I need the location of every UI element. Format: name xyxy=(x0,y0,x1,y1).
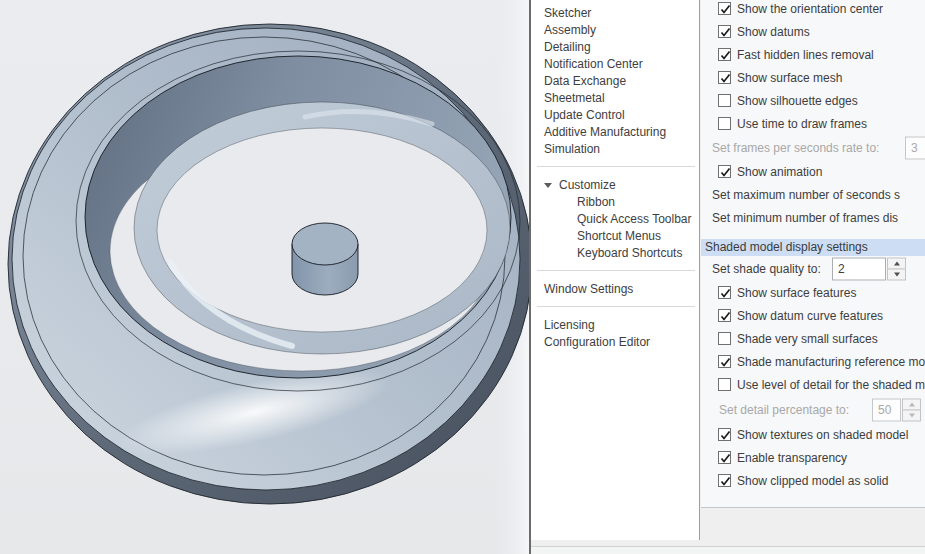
sidebar-item-configuration-editor[interactable]: Configuration Editor xyxy=(531,334,699,351)
sidebar-item-label: Ribbon xyxy=(577,195,615,209)
checkbox[interactable] xyxy=(718,25,731,38)
checkbox-label[interactable]: Enable transparency xyxy=(737,451,847,465)
checkbox[interactable] xyxy=(718,309,731,322)
option-label: Set minimum number of frames dis xyxy=(712,211,898,225)
sidebar-item-label: Sheetmetal xyxy=(544,91,605,105)
dialog-footer-strip xyxy=(531,547,925,554)
sidebar-divider xyxy=(537,270,695,271)
sidebar-item-quick-access-toolbar[interactable]: Quick Access Toolbar xyxy=(531,211,699,228)
collapse-triangle-icon[interactable] xyxy=(544,183,552,188)
option-row-enable-transparency[interactable]: Enable transparency xyxy=(701,446,925,469)
option-row-show-surface-mesh[interactable]: Show surface mesh xyxy=(701,66,925,89)
checkbox[interactable] xyxy=(718,48,731,61)
3d-viewport[interactable] xyxy=(0,0,530,554)
sidebar-item-label: Licensing xyxy=(544,318,595,332)
sidebar-item-notification-center[interactable]: Notification Center xyxy=(531,56,699,73)
option-row-fast-hidden-lines-removal[interactable]: Fast hidden lines removal xyxy=(701,43,925,66)
sidebar-divider xyxy=(537,306,695,307)
checkbox[interactable] xyxy=(718,71,731,84)
option-label: Set maximum number of seconds s xyxy=(712,188,900,202)
checkbox-label[interactable]: Show clipped model as solid xyxy=(737,474,888,488)
checkbox-label[interactable]: Show surface features xyxy=(737,286,856,300)
sidebar-item-assembly[interactable]: Assembly xyxy=(531,22,699,39)
sidebar-item-keyboard-shortcuts[interactable]: Keyboard Shortcuts xyxy=(531,245,699,262)
sidebar-item-sketcher[interactable]: Sketcher xyxy=(531,5,699,22)
option-row-set-minimum-number-of-frames-dis: Set minimum number of frames dis xyxy=(701,206,925,229)
sidebar-item-window-settings[interactable]: Window Settings xyxy=(531,281,699,298)
checkbox[interactable] xyxy=(718,474,731,487)
sidebar-item-licensing[interactable]: Licensing xyxy=(531,317,699,334)
option-row-show-datum-curve-features[interactable]: Show datum curve features xyxy=(701,304,925,327)
sidebar-item-label: Selection xyxy=(544,0,593,3)
option-row-set-frames-per-seconds-rate-to-: Set frames per seconds rate to:3 xyxy=(701,135,925,160)
checkbox-label[interactable]: Show datum curve features xyxy=(737,309,883,323)
sidebar-item-customize[interactable]: Customize xyxy=(531,177,699,194)
checkbox[interactable] xyxy=(718,286,731,299)
sidebar-item-label: Customize xyxy=(559,177,616,194)
option-row-show-surface-features[interactable]: Show surface features xyxy=(701,281,925,304)
sidebar-item-detailing[interactable]: Detailing xyxy=(531,39,699,56)
checkbox-label[interactable]: Shade very small surfaces xyxy=(737,332,878,346)
checkbox-label[interactable]: Show animation xyxy=(737,165,822,179)
checkbox-label[interactable]: Show datums xyxy=(737,25,810,39)
checkbox-label[interactable]: Show the orientation center xyxy=(737,2,883,16)
center-pin-top[interactable] xyxy=(292,223,358,265)
sidebar-item-label: Data Exchange xyxy=(544,74,626,88)
spin-input[interactable]: 50 xyxy=(872,398,901,421)
sidebar-item-simulation[interactable]: Simulation xyxy=(531,141,699,158)
spin-buttons xyxy=(887,257,906,280)
checkbox[interactable] xyxy=(718,355,731,368)
sidebar-item-data-exchange[interactable]: Data Exchange xyxy=(531,73,699,90)
sidebar-item-shortcut-menus[interactable]: Shortcut Menus xyxy=(531,228,699,245)
option-row-use-level-of-detail-for-the-shaded-mo[interactable]: Use level of detail for the shaded mo xyxy=(701,373,925,396)
option-row-set-maximum-number-of-seconds-s: Set maximum number of seconds s xyxy=(701,183,925,206)
sidebar-item-update-control[interactable]: Update Control xyxy=(531,107,699,124)
checkbox[interactable] xyxy=(718,165,731,178)
spin-down-button[interactable] xyxy=(887,268,906,280)
sidebar-item-sheetmetal[interactable]: Sheetmetal xyxy=(531,90,699,107)
sidebar-item-ribbon[interactable]: Ribbon xyxy=(531,194,699,211)
sidebar-list: SelectionSketcherAssemblyDetailingNotifi… xyxy=(531,0,699,351)
checkbox[interactable] xyxy=(718,94,731,107)
option-row-show-the-orientation-center[interactable]: Show the orientation center xyxy=(701,0,925,20)
sidebar-item-label: Simulation xyxy=(544,142,600,156)
checkbox[interactable] xyxy=(718,2,731,15)
checkbox-label[interactable]: Use level of detail for the shaded mo xyxy=(737,378,925,392)
option-label: Set frames per seconds rate to: xyxy=(712,141,879,155)
option-row-use-time-to-draw-frames[interactable]: Use time to draw frames xyxy=(701,112,925,135)
checkbox-label[interactable]: Use time to draw frames xyxy=(737,117,867,131)
option-label: Set shade quality to: xyxy=(712,262,821,276)
checkbox[interactable] xyxy=(718,117,731,130)
sidebar-item-label: Notification Center xyxy=(544,57,643,71)
option-row-shade-manufacturing-reference-mo[interactable]: Shade manufacturing reference mo xyxy=(701,350,925,373)
option-row-show-clipped-model-as-solid[interactable]: Show clipped model as solid xyxy=(701,469,925,492)
option-row-show-textures-on-shaded-model[interactable]: Show textures on shaded model xyxy=(701,423,925,446)
sidebar-item-additive-manufacturing[interactable]: Additive Manufacturing xyxy=(531,124,699,141)
checkbox[interactable] xyxy=(718,428,731,441)
shaded-model xyxy=(0,0,530,554)
sidebar-item-label: Window Settings xyxy=(544,282,633,296)
option-row-shade-very-small-surfaces[interactable]: Shade very small surfaces xyxy=(701,327,925,350)
option-row-show-datums[interactable]: Show datums xyxy=(701,20,925,43)
option-label: Set detail percentage to: xyxy=(719,403,849,417)
checkbox[interactable] xyxy=(718,378,731,391)
spin-input[interactable]: 3 xyxy=(905,136,925,159)
spin-input[interactable]: 2 xyxy=(832,257,886,280)
option-row-shaded-model-display-settings: Shaded model display settings xyxy=(701,229,925,256)
checkbox-label[interactable]: Fast hidden lines removal xyxy=(737,48,874,62)
option-row-show-silhouette-edges[interactable]: Show silhouette edges xyxy=(701,89,925,112)
spin-down-button[interactable] xyxy=(902,409,921,421)
option-row-show-animation[interactable]: Show animation xyxy=(701,160,925,183)
checkbox[interactable] xyxy=(718,451,731,464)
sidebar-item-label: Detailing xyxy=(544,40,591,54)
checkbox-label[interactable]: Show silhouette edges xyxy=(737,94,858,108)
checkbox[interactable] xyxy=(718,332,731,345)
sidebar-item-label: Additive Manufacturing xyxy=(544,125,666,139)
sidebar-item-label: Update Control xyxy=(544,108,625,122)
checkbox-label[interactable]: Show surface mesh xyxy=(737,71,842,85)
option-row-set-shade-quality-to-: Set shade quality to:2 xyxy=(701,256,925,281)
option-row-set-detail-percentage-to-: Set detail percentage to:50 xyxy=(701,396,925,423)
checkbox-label[interactable]: Show textures on shaded model xyxy=(737,428,908,442)
sidebar-item-label: Quick Access Toolbar xyxy=(577,212,692,226)
checkbox-label[interactable]: Shade manufacturing reference mo xyxy=(737,355,925,369)
